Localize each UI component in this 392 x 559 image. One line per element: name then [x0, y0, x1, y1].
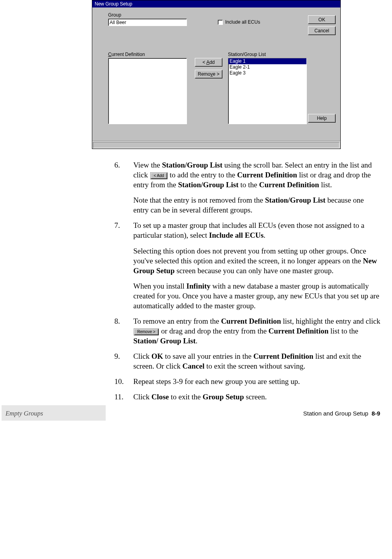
step-number: 9. [114, 351, 133, 371]
step-text: Note that the entry is not removed from … [133, 195, 381, 215]
station-group-list[interactable]: Eagle 1 Eagle 2-1 Eagle 3 [228, 58, 307, 124]
step-text: Click OK to save all your entries in the… [133, 351, 381, 371]
dialog-statusbar [92, 141, 340, 149]
inline-remove-button: Remove > [134, 329, 159, 335]
empty-groups-sidebar: Empty Groups You can create an empty gro… [2, 405, 106, 421]
step-text: To remove an entry from the Current Defi… [133, 316, 381, 346]
station-group-list-label: Station/Group List [228, 52, 266, 57]
step-text: Selecting this option does not prevent y… [133, 246, 381, 276]
inline-add-button: < Add [151, 173, 167, 179]
step-number: 8. [114, 316, 133, 346]
step-text: Repeat steps 3-9 for each new group you … [133, 376, 381, 386]
group-label: Group [108, 12, 121, 18]
step-number: 10. [114, 376, 133, 386]
step-number: 7. [114, 220, 133, 311]
step-number: 6. [114, 160, 133, 215]
checkbox-icon [218, 20, 223, 25]
include-all-ecus-checkbox[interactable]: Include all ECUs [218, 19, 260, 25]
list-item[interactable]: Eagle 3 [228, 70, 306, 76]
step-text: Click Close to exit the Group Setup scre… [133, 392, 381, 402]
help-button[interactable]: Help [308, 114, 336, 123]
remove-button[interactable]: Remove > [195, 70, 222, 78]
current-definition-label: Current Definition [108, 52, 145, 57]
cancel-button[interactable]: Cancel [308, 26, 336, 35]
group-input[interactable] [108, 19, 187, 26]
step-number: 11. [114, 392, 133, 402]
step-text: When you install Infinity with a new dat… [133, 281, 381, 311]
instruction-content: 6. View the Station/Group List using the… [114, 160, 381, 402]
new-group-setup-dialog: New Group Setup Group Include all ECUs O… [92, 0, 341, 149]
step-text: View the Station/Group List using the sc… [133, 160, 381, 190]
ok-button[interactable]: OK [308, 15, 336, 24]
include-all-label: Include all ECUs [225, 19, 260, 25]
add-button[interactable]: < Add [195, 58, 222, 67]
sidebar-title: Empty Groups [6, 409, 101, 418]
step-text: To set up a master group that includes a… [133, 220, 381, 240]
list-item[interactable]: Eagle 2-1 [228, 64, 306, 70]
current-definition-list[interactable] [108, 58, 187, 124]
list-item[interactable]: Eagle 1 [228, 58, 306, 64]
dialog-titlebar: New Group Setup [92, 0, 340, 7]
